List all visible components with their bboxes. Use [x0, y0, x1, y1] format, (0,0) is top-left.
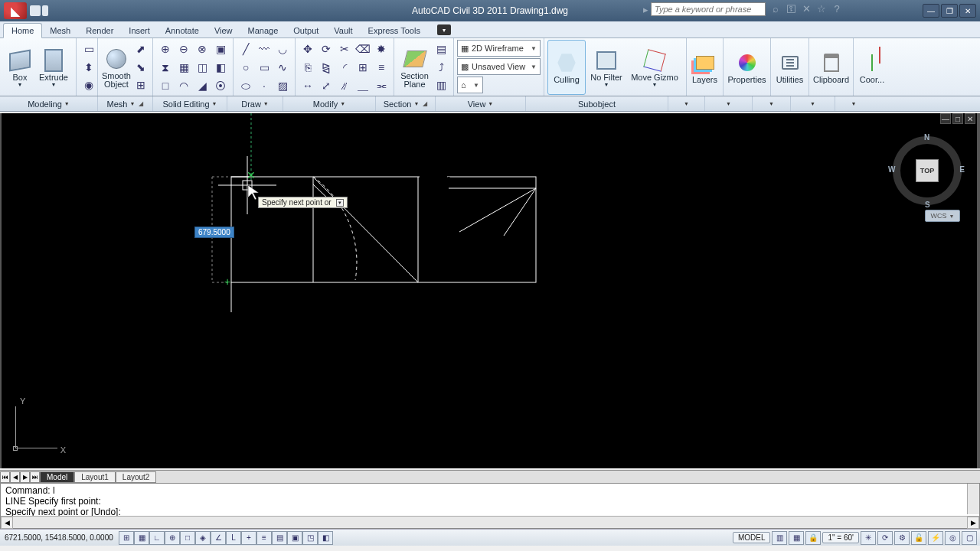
- panel-label-properties[interactable]: ▼: [705, 96, 753, 111]
- panel-label-view[interactable]: View▼: [436, 96, 526, 111]
- close-button[interactable]: ✕: [959, 4, 976, 18]
- scroll-left-icon[interactable]: ◀: [1, 517, 13, 529]
- minimize-button[interactable]: —: [923, 4, 939, 18]
- ducs-toggle-icon[interactable]: L: [226, 531, 241, 545]
- coordinates-button[interactable]: Coor...: [857, 40, 887, 95]
- properties-button[interactable]: Properties: [727, 40, 767, 95]
- coordinate-readout[interactable]: 6721.5000, 15418.5000, 0.0000: [0, 533, 119, 542]
- snap-toggle-icon[interactable]: ⊞: [119, 531, 134, 545]
- tab-insert[interactable]: Insert: [121, 24, 158, 37]
- isolate-objects-icon[interactable]: ◎: [945, 531, 960, 545]
- toolbar-lock-icon[interactable]: 🔓: [911, 531, 926, 545]
- visual-style-dropdown[interactable]: ▦ 2D Wireframe ▼: [457, 40, 541, 57]
- scroll-right-icon[interactable]: ▶: [967, 517, 979, 529]
- otrack-toggle-icon[interactable]: ∠: [211, 531, 226, 545]
- panel-label-modify[interactable]: Modify▼: [283, 96, 376, 111]
- grid-toggle-icon[interactable]: ▦: [134, 531, 149, 545]
- annoscale-lock-icon[interactable]: 🔒: [805, 531, 821, 545]
- hatch-icon[interactable]: ▨: [273, 77, 292, 95]
- view-extras-dropdown[interactable]: ⌂ ▼: [457, 77, 483, 93]
- mirror-icon[interactable]: ⧎: [317, 58, 335, 77]
- panel-label-solid-editing[interactable]: Solid Editing▼: [153, 96, 227, 111]
- search-button-icon[interactable]: ⌕: [770, 4, 781, 15]
- polysolid-icon[interactable]: ▭: [80, 40, 98, 58]
- layout-nav-first-icon[interactable]: ⏮: [0, 471, 10, 483]
- layout-tab-model[interactable]: Model: [40, 471, 74, 483]
- thicken-icon[interactable]: ▦: [175, 58, 193, 77]
- wcs-dropdown[interactable]: WCS▼: [925, 210, 960, 222]
- command-vscrollbar[interactable]: [967, 484, 979, 514]
- scale-icon[interactable]: ⤢: [317, 77, 335, 95]
- panel-label-layers[interactable]: ▼: [668, 96, 705, 111]
- trim-icon[interactable]: ✂: [335, 40, 354, 58]
- ellipse-icon[interactable]: ⬭: [237, 77, 255, 95]
- separate-icon[interactable]: ⦿: [211, 77, 230, 95]
- panel-label-utilities[interactable]: ▼: [753, 96, 791, 111]
- fillet-icon[interactable]: ◜: [335, 58, 354, 77]
- annoauto-icon[interactable]: ⟳: [877, 531, 893, 545]
- union-icon[interactable]: ⊕: [156, 40, 175, 58]
- hardware-accel-icon[interactable]: ⚡: [928, 531, 943, 545]
- model-paper-toggle[interactable]: MODEL: [733, 532, 771, 543]
- point-icon[interactable]: ·: [255, 77, 273, 95]
- quickview-drawings-icon[interactable]: ▦: [789, 531, 804, 545]
- section-plane-button[interactable]: Section Plane: [397, 40, 432, 95]
- tab-view[interactable]: View: [207, 24, 240, 37]
- app-menu-icon[interactable]: ◣: [4, 2, 27, 19]
- star-icon[interactable]: ☆: [816, 4, 827, 15]
- panel-label-draw[interactable]: Draw▼: [227, 96, 283, 111]
- am-toggle-icon[interactable]: ◧: [318, 531, 333, 545]
- tab-express-tools[interactable]: Express Tools: [361, 24, 428, 37]
- tab-manage[interactable]: Manage: [240, 24, 286, 37]
- extrude-face-icon[interactable]: ▣: [211, 40, 230, 58]
- qat-dropdown[interactable]: [42, 5, 48, 16]
- erase-icon[interactable]: ⌫: [354, 40, 372, 58]
- offset-edge-icon[interactable]: ◧: [211, 58, 230, 77]
- panel-label-mesh[interactable]: Mesh▼◢: [98, 96, 153, 111]
- fillet-edge-icon[interactable]: ◠: [175, 77, 193, 95]
- layout-tab-layout1[interactable]: Layout1: [74, 471, 116, 483]
- intersect-icon[interactable]: ⊗: [193, 40, 211, 58]
- viewcube-face[interactable]: TOP: [916, 159, 939, 182]
- clipboard-button[interactable]: Clipboard: [812, 40, 850, 95]
- annovis-icon[interactable]: ✳: [861, 531, 876, 545]
- annotation-scale[interactable]: 1" = 60': [822, 532, 859, 543]
- mesh-refine-icon[interactable]: ⊞: [132, 76, 150, 94]
- workspace-switch-icon[interactable]: ⚙: [894, 531, 910, 545]
- tab-output[interactable]: Output: [286, 24, 326, 37]
- layout-nav-prev-icon[interactable]: ◀: [10, 471, 20, 483]
- explode-icon[interactable]: ✸: [372, 40, 390, 58]
- tpy-toggle-icon[interactable]: ▤: [272, 531, 287, 545]
- panel-label-section[interactable]: Section▼◢: [376, 96, 436, 111]
- mesh-more-icon[interactable]: ⬈: [132, 40, 150, 58]
- layout-nav-next-icon[interactable]: ▶: [20, 471, 30, 483]
- circle-icon[interactable]: ○: [237, 58, 255, 77]
- polyline-icon[interactable]: 〰: [255, 40, 273, 58]
- tab-home[interactable]: Home: [3, 23, 42, 38]
- command-hscrollbar[interactable]: ◀ ▶: [1, 516, 979, 528]
- line-icon[interactable]: ╱: [237, 40, 255, 58]
- arc-icon[interactable]: ◡: [273, 40, 292, 58]
- mesh-less-icon[interactable]: ⬊: [132, 58, 150, 77]
- panel-label-modeling[interactable]: Modeling▼: [0, 96, 98, 111]
- smooth-object-button[interactable]: Smooth Object: [101, 40, 132, 95]
- shell-icon[interactable]: □: [156, 77, 175, 95]
- align-icon[interactable]: ≡: [372, 58, 390, 77]
- ribbon-appearance-toggle[interactable]: ▾: [437, 24, 451, 35]
- panel-label-clipboard[interactable]: ▼: [791, 96, 835, 111]
- key-icon[interactable]: ⚿: [786, 4, 796, 15]
- live-section-icon[interactable]: ▤: [432, 40, 450, 58]
- spline-icon[interactable]: ∿: [273, 58, 292, 77]
- tab-render[interactable]: Render: [78, 24, 121, 37]
- lwt-toggle-icon[interactable]: ≡: [256, 531, 272, 545]
- layout-nav-last-icon[interactable]: ⏭: [30, 471, 40, 483]
- help-icon[interactable]: ?: [831, 4, 842, 15]
- clean-screen-icon[interactable]: ▢: [962, 531, 977, 545]
- qat-button[interactable]: [30, 5, 41, 16]
- copy-icon[interactable]: ⎘: [299, 58, 317, 77]
- command-line[interactable]: Command: l LINE Specify first point: Spe…: [0, 483, 980, 529]
- join-icon[interactable]: ⫘: [372, 77, 390, 95]
- panel-label-subobject[interactable]: Subobject: [526, 96, 668, 111]
- polar-toggle-icon[interactable]: ⊕: [165, 531, 180, 545]
- layout-tab-layout2[interactable]: Layout2: [116, 471, 157, 483]
